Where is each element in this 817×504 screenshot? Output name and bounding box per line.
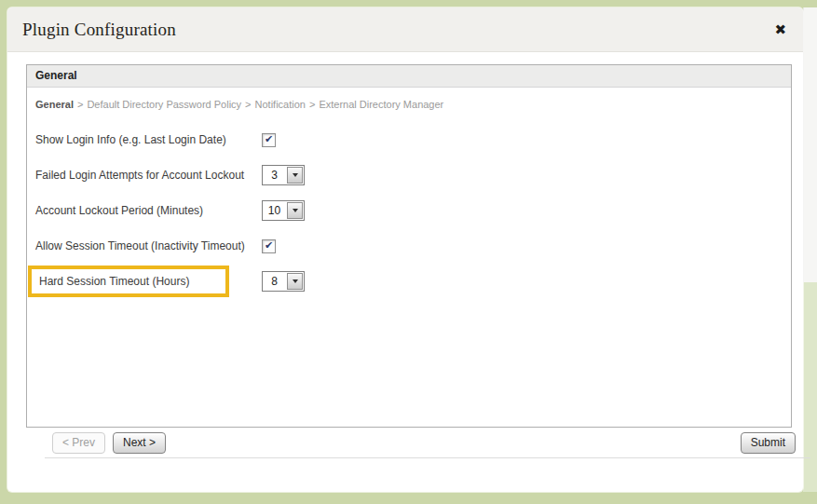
dropdown-button[interactable] (287, 273, 303, 290)
page-scrollbar-track[interactable] (803, 7, 817, 282)
dropdown-button[interactable] (287, 167, 303, 184)
breadcrumb-separator: > (245, 99, 251, 110)
field-label: Show Login Info (e.g. Last Login Date) (35, 133, 262, 146)
dropdown-button[interactable] (287, 202, 303, 219)
page-background-strip (803, 282, 817, 492)
wizard-footer: < Prev Next > Submit (45, 428, 810, 458)
form-row: Hard Session Timeout (Hours)8 (35, 270, 791, 293)
form-fields: Show Login Info (e.g. Last Login Date)✔F… (27, 112, 791, 293)
breadcrumb-item[interactable]: Default Directory Password Policy (87, 99, 241, 110)
close-icon[interactable]: ✖ (772, 20, 788, 38)
dropdown[interactable]: 8 (262, 271, 305, 292)
plugin-configuration-dialog: Plugin Configuration ✖ General General>D… (7, 7, 803, 492)
dialog-content: General General>Default Directory Passwo… (7, 52, 803, 458)
dialog-header: Plugin Configuration ✖ (7, 7, 803, 52)
field-label: Allow Session Timeout (Inactivity Timeou… (35, 239, 262, 252)
form-row: Allow Session Timeout (Inactivity Timeou… (35, 235, 791, 257)
form-row: Account Lockout Period (Minutes)10 (35, 199, 791, 222)
breadcrumb-separator: > (309, 99, 315, 110)
breadcrumb-item[interactable]: External Directory Manager (319, 99, 443, 110)
chevron-down-icon (293, 209, 298, 212)
dropdown[interactable]: 10 (262, 200, 305, 221)
field-label-highlighted: Hard Session Timeout (Hours) (28, 266, 229, 297)
chevron-down-icon (293, 173, 298, 177)
dropdown-value: 8 (263, 272, 286, 291)
checkbox[interactable]: ✔ (262, 133, 276, 147)
general-panel: General General>Default Directory Passwo… (26, 64, 792, 428)
dropdown[interactable]: 3 (262, 165, 305, 185)
checkbox[interactable]: ✔ (262, 239, 276, 253)
dropdown-value: 3 (263, 166, 286, 184)
form-row: Failed Login Attempts for Account Lockou… (35, 164, 791, 186)
form-row: Show Login Info (e.g. Last Login Date)✔ (35, 129, 791, 151)
dialog-title: Plugin Configuration (22, 20, 176, 40)
breadcrumb-item: General (35, 99, 74, 110)
check-icon: ✔ (265, 134, 273, 144)
panel-header: General (27, 65, 791, 88)
chevron-down-icon (293, 279, 298, 283)
next-button[interactable]: Next > (113, 432, 166, 454)
breadcrumb-item[interactable]: Notification (255, 99, 306, 110)
breadcrumb-separator: > (77, 99, 83, 110)
submit-button[interactable]: Submit (741, 432, 796, 454)
check-icon: ✔ (265, 240, 273, 251)
field-label: Account Lockout Period (Minutes) (35, 204, 262, 217)
field-label: Failed Login Attempts for Account Lockou… (35, 169, 262, 182)
breadcrumb: General>Default Directory Password Polic… (27, 88, 791, 112)
prev-button[interactable]: < Prev (52, 432, 105, 454)
dropdown-value: 10 (263, 201, 286, 220)
